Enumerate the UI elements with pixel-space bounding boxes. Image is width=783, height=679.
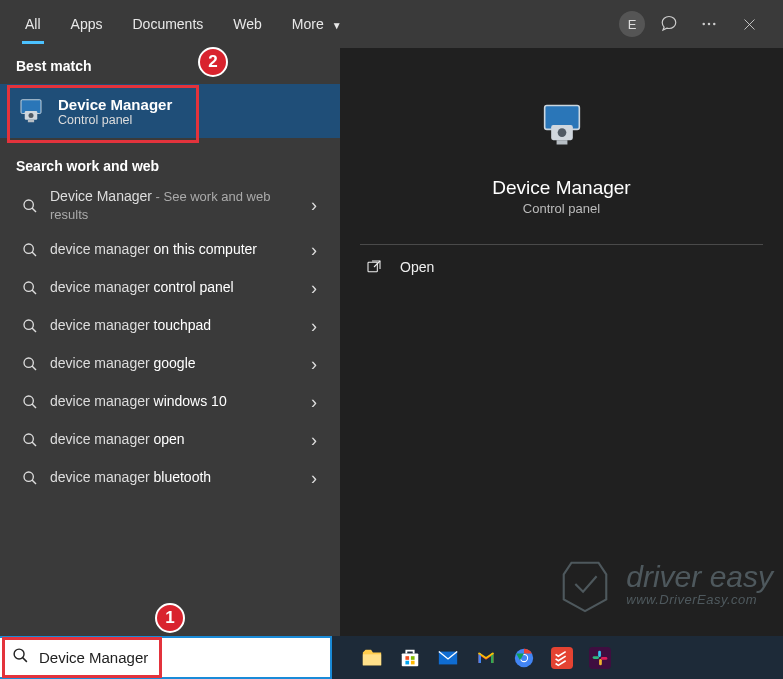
svg-rect-34	[402, 653, 419, 666]
device-manager-icon	[530, 93, 594, 157]
svg-point-0	[702, 23, 705, 26]
result-text: Device Manager - See work and web result…	[50, 188, 302, 223]
svg-line-10	[32, 208, 36, 212]
chevron-right-icon[interactable]: ›	[302, 392, 326, 413]
svg-point-1	[708, 23, 711, 26]
tab-all[interactable]: All	[10, 4, 56, 44]
close-icon[interactable]	[733, 8, 765, 40]
search-result[interactable]: device manager open›	[0, 421, 340, 459]
result-text: device manager control panel	[50, 279, 302, 297]
svg-point-7	[29, 113, 34, 118]
svg-point-31	[14, 649, 24, 659]
detail-pane: Device Manager Control panel Open	[340, 48, 783, 636]
feedback-icon[interactable]	[653, 8, 685, 40]
open-action[interactable]: Open	[340, 245, 783, 289]
svg-marker-30	[564, 563, 607, 611]
search-result[interactable]: device manager touchpad›	[0, 307, 340, 345]
svg-point-13	[24, 282, 33, 291]
tab-more-label: More	[292, 16, 324, 32]
svg-rect-47	[598, 650, 601, 656]
chevron-right-icon[interactable]: ›	[302, 240, 326, 261]
svg-rect-38	[411, 660, 415, 664]
search-input[interactable]	[39, 649, 318, 666]
annotation-callout-2: 2	[198, 47, 228, 77]
svg-rect-8	[28, 120, 34, 123]
best-match-title: Device Manager	[58, 96, 326, 113]
tab-apps[interactable]: Apps	[56, 4, 118, 44]
svg-point-15	[24, 320, 33, 329]
detail-title: Device Manager	[492, 177, 630, 199]
tab-web[interactable]: Web	[218, 4, 277, 44]
svg-rect-48	[593, 656, 599, 659]
chevron-right-icon[interactable]: ›	[302, 430, 326, 451]
mail-icon[interactable]	[432, 642, 464, 674]
search-icon	[20, 468, 40, 488]
svg-line-22	[32, 442, 36, 446]
svg-rect-28	[556, 140, 567, 144]
chrome-icon[interactable]	[508, 642, 540, 674]
search-icon	[20, 240, 40, 260]
chevron-right-icon[interactable]: ›	[302, 316, 326, 337]
svg-point-17	[24, 358, 33, 367]
svg-point-19	[24, 396, 33, 405]
tab-more[interactable]: More ▼	[277, 4, 357, 44]
watermark-main: driver easy	[626, 562, 773, 592]
search-icon	[20, 278, 40, 298]
svg-point-9	[24, 200, 33, 209]
svg-line-24	[32, 480, 36, 484]
search-result[interactable]: device manager on this computer›	[0, 231, 340, 269]
chevron-down-icon: ▼	[332, 20, 342, 31]
svg-rect-49	[599, 658, 602, 664]
svg-rect-37	[405, 660, 409, 664]
chevron-right-icon[interactable]: ›	[302, 278, 326, 299]
watermark: driver easy www.DriverEasy.com	[556, 554, 773, 614]
svg-rect-50	[601, 657, 607, 660]
svg-line-12	[32, 252, 36, 256]
search-result[interactable]: device manager control panel›	[0, 269, 340, 307]
chevron-right-icon[interactable]: ›	[302, 468, 326, 489]
best-match-result[interactable]: Device Manager Control panel	[0, 84, 340, 138]
search-result[interactable]: device manager bluetooth›	[0, 459, 340, 497]
svg-line-14	[32, 290, 36, 294]
result-text: device manager google	[50, 355, 302, 373]
section-best-match-header: Best match	[0, 48, 340, 80]
search-icon	[20, 196, 40, 216]
section-search-header: Search work and web	[0, 148, 340, 180]
search-result[interactable]: device manager windows 10›	[0, 383, 340, 421]
device-manager-icon	[14, 94, 48, 128]
svg-line-20	[32, 404, 36, 408]
chevron-right-icon[interactable]: ›	[302, 354, 326, 375]
user-avatar[interactable]: E	[619, 11, 645, 37]
svg-line-18	[32, 366, 36, 370]
taskbar-search-box[interactable]	[0, 636, 332, 679]
results-pane: Best match Device Manager Control panel …	[0, 48, 340, 636]
filter-tabs: All Apps Documents Web More ▼ E	[0, 0, 783, 48]
best-match-subtitle: Control panel	[58, 113, 326, 127]
svg-point-2	[713, 23, 716, 26]
taskbar	[0, 636, 783, 679]
open-label: Open	[400, 259, 434, 275]
gmail-icon[interactable]	[470, 642, 502, 674]
result-text: device manager touchpad	[50, 317, 302, 335]
tab-documents[interactable]: Documents	[117, 4, 218, 44]
svg-rect-33	[363, 654, 381, 665]
result-text: device manager windows 10	[50, 393, 302, 411]
svg-rect-36	[411, 656, 415, 660]
search-result[interactable]: Device Manager - See work and web result…	[0, 180, 340, 231]
search-result[interactable]: device manager google›	[0, 345, 340, 383]
slack-icon[interactable]	[584, 642, 616, 674]
result-text: device manager on this computer	[50, 241, 302, 259]
microsoft-store-icon[interactable]	[394, 642, 426, 674]
annotation-callout-1: 1	[155, 603, 185, 633]
search-icon	[20, 392, 40, 412]
todoist-icon[interactable]	[546, 642, 578, 674]
result-text: device manager open	[50, 431, 302, 449]
file-explorer-icon[interactable]	[356, 642, 388, 674]
svg-rect-46	[589, 647, 611, 669]
search-icon	[20, 316, 40, 336]
svg-line-16	[32, 328, 36, 332]
svg-rect-29	[368, 262, 377, 271]
options-icon[interactable]	[693, 8, 725, 40]
search-icon	[12, 647, 29, 668]
chevron-right-icon[interactable]: ›	[302, 195, 326, 216]
